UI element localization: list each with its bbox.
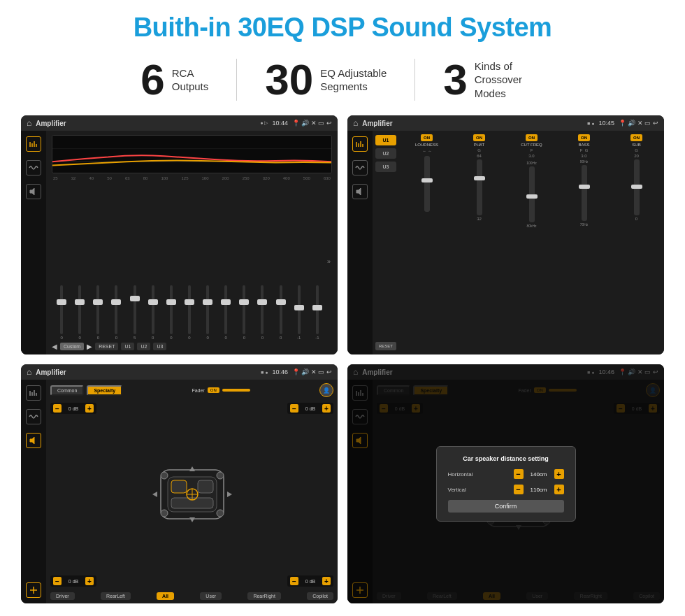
- screen-dialog: ⌂ Amplifier ■ ● 10:46 📍 🔊 ✕ ▭ ↩: [347, 364, 664, 603]
- tab-common[interactable]: Common: [50, 385, 84, 396]
- btn-rearright[interactable]: RearRight: [247, 592, 281, 600]
- stat-eq-number: 30: [265, 58, 313, 101]
- speaker-sidebar-expand[interactable]: [26, 582, 41, 598]
- page-title: Buith-in 30EQ DSP Sound System: [134, 13, 552, 43]
- eq-sliders: 0 0 0 0 5 0 0 0 0 0 0 0 0 -1 -1: [52, 183, 332, 340]
- preset-reset[interactable]: RESET: [375, 342, 396, 350]
- speaker-tabs: Common Specialty: [50, 385, 122, 396]
- vol-rr-plus[interactable]: +: [322, 577, 331, 585]
- cutfreq-toggle[interactable]: ON: [526, 134, 538, 141]
- vol-fr-plus[interactable]: +: [322, 404, 331, 413]
- eq-sidebar-wave[interactable]: [26, 160, 41, 176]
- bass-toggle[interactable]: ON: [578, 134, 590, 141]
- eq-preset-custom[interactable]: Custom: [60, 343, 84, 350]
- eq-slider-4: 5: [127, 285, 143, 340]
- preset-u2[interactable]: U2: [375, 148, 396, 159]
- eq-content: 253240506380100125160200250320400500630 …: [21, 131, 338, 354]
- eq-slider-5: 0: [145, 285, 161, 340]
- vol-fr-value: 0 dB: [301, 406, 320, 411]
- btn-user[interactable]: User: [200, 592, 222, 600]
- vol-fr-minus[interactable]: −: [290, 404, 298, 413]
- eq-sidebar-eq[interactable]: [26, 136, 41, 152]
- param-phat: ON PHAT G 64 32: [454, 134, 504, 351]
- phat-toggle[interactable]: ON: [473, 134, 485, 141]
- fader-row: Fader ON: [192, 387, 250, 393]
- eq-slider-11: 0: [254, 285, 271, 340]
- eq-slider-14: -1: [309, 285, 326, 340]
- fader-on-badge: ON: [208, 387, 219, 393]
- loudness-toggle[interactable]: ON: [421, 134, 433, 141]
- dialog-horizontal-control: − 140cm +: [514, 469, 564, 479]
- speaker-sidebar-vol[interactable]: [26, 433, 41, 448]
- crossover-sidebar-wave[interactable]: [352, 160, 368, 176]
- btn-copilot[interactable]: Copilot: [307, 592, 333, 600]
- speaker-home-icon[interactable]: ⌂: [27, 367, 31, 377]
- loudness-slider[interactable]: [424, 156, 430, 212]
- stat-rca-label: RCAOutputs: [172, 66, 209, 94]
- dialog-horizontal-row: Horizontal − 140cm +: [448, 469, 564, 479]
- dialog-horizontal-plus[interactable]: +: [554, 469, 564, 479]
- btn-all[interactable]: All: [157, 592, 174, 600]
- vol-control-rr: − 0 dB +: [287, 575, 333, 587]
- fader-label: Fader: [192, 388, 204, 393]
- speaker-title: Amplifier: [36, 368, 257, 376]
- eq-play[interactable]: ▶: [87, 343, 92, 350]
- eq-u3[interactable]: U3: [153, 343, 166, 350]
- vol-fl-minus[interactable]: −: [53, 404, 62, 413]
- confirm-button[interactable]: Confirm: [448, 500, 564, 513]
- fader-slider[interactable]: [222, 389, 250, 392]
- dialog-vertical-row: Vertical − 110cm +: [448, 485, 564, 494]
- speaker-sidebar-wave[interactable]: [26, 409, 41, 424]
- crossover-sidebar-vol[interactable]: [352, 184, 368, 199]
- eq-prev[interactable]: ◀: [52, 343, 57, 350]
- dialog-horizontal-minus[interactable]: −: [514, 469, 524, 479]
- crossover-sidebar-eq[interactable]: [352, 136, 368, 152]
- svg-marker-13: [356, 188, 361, 195]
- param-cutfreq: ON CUT FREQ F 3.0 100Hz 80kHz: [507, 134, 556, 351]
- eq-dots: ● ▷: [260, 120, 268, 126]
- speaker-sidebar-eq[interactable]: [26, 385, 41, 401]
- vol-rl-plus[interactable]: +: [85, 577, 94, 585]
- eq-sidebar-vol[interactable]: [26, 184, 41, 199]
- svg-marker-4: [30, 188, 34, 195]
- crossover-home-icon[interactable]: ⌂: [353, 118, 358, 128]
- stat-crossover-label: Kinds ofCrossover Modes: [475, 59, 545, 101]
- btn-driver[interactable]: Driver: [50, 592, 75, 600]
- crossover-status-bar: ⌂ Amplifier ■ ● 10:45 📍 🔊 ✕ ▭ ↩: [347, 115, 664, 131]
- preset-u3[interactable]: U3: [375, 162, 396, 172]
- cutfreq-name: CUT FREQ: [521, 143, 542, 147]
- svg-point-31: [161, 510, 168, 517]
- btn-rearleft[interactable]: RearLeft: [101, 592, 131, 600]
- vol-rr-minus[interactable]: −: [290, 577, 298, 585]
- vol-rl-minus[interactable]: −: [53, 577, 62, 585]
- tab-specialty[interactable]: Specialty: [87, 385, 122, 396]
- sub-toggle[interactable]: ON: [630, 134, 642, 141]
- preset-u1[interactable]: U1: [375, 135, 396, 145]
- eq-slider-10: 0: [236, 285, 252, 340]
- screenshots-grid: ⌂ Amplifier ● ▷ 10:44 📍 🔊 ✕ ▭ ↩: [21, 115, 664, 603]
- eq-u1[interactable]: U1: [121, 343, 134, 350]
- screen-speaker: ⌂ Amplifier ■ ● 10:46 📍 🔊 ✕ ▭ ↩: [21, 364, 338, 603]
- screen-crossover: ⌂ Amplifier ■ ● 10:45 📍 🔊 ✕ ▭ ↩: [347, 115, 664, 354]
- eq-home-icon[interactable]: ⌂: [27, 118, 31, 128]
- vol-fl-plus[interactable]: +: [85, 404, 94, 413]
- vol-fl-value: 0 dB: [64, 406, 83, 411]
- crossover-sidebar: [347, 131, 373, 354]
- speaker-bottom-btns: Driver RearLeft All User RearRight Copil…: [50, 592, 333, 600]
- vol-controls-bottom: − 0 dB + − 0 dB +: [50, 575, 333, 587]
- dialog-overlay: Car speaker distance setting Horizontal …: [347, 364, 664, 603]
- dialog-vertical-minus[interactable]: −: [514, 485, 524, 494]
- bass-slider[interactable]: [582, 165, 587, 221]
- param-sub: ON SUB G 20 0: [612, 134, 661, 351]
- eq-status-bar: ⌂ Amplifier ● ▷ 10:44 📍 🔊 ✕ ▭ ↩: [21, 115, 338, 131]
- dialog-horizontal-label: Horizontal: [448, 471, 473, 478]
- vol-rr-value: 0 dB: [301, 579, 320, 584]
- sub-slider[interactable]: [634, 159, 640, 215]
- crossover-main: U1 U2 U3 RESET ON LOUDNESS ～～: [373, 131, 664, 354]
- cutfreq-slider[interactable]: [529, 166, 535, 222]
- eq-u2[interactable]: U2: [137, 343, 150, 350]
- eq-reset[interactable]: RESET: [95, 343, 118, 350]
- svg-point-30: [217, 472, 224, 479]
- dialog-vertical-plus[interactable]: +: [554, 485, 564, 494]
- phat-slider[interactable]: [477, 159, 482, 215]
